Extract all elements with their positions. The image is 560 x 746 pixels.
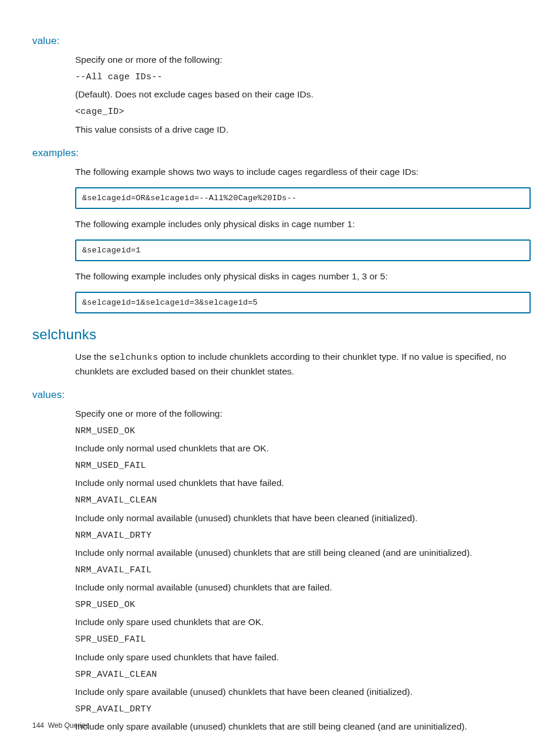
examples-content: The following example shows two ways to … (75, 165, 531, 313)
value-item-code: NRM_USED_FAIL (75, 459, 531, 472)
value-opt1-code: --All cage IDs-- (75, 70, 531, 84)
value-item-desc: Include only spare available (unused) ch… (75, 720, 531, 734)
value-item-desc: Include only normal available (unused) c… (75, 580, 531, 595)
selchunks-content: Use the selchunks option to include chun… (75, 350, 531, 379)
value-item-desc: Include only normal available (unused) c… (75, 546, 531, 560)
values-heading: values: (32, 389, 531, 401)
page-footer: 144 Web Queries (32, 721, 89, 730)
selchunks-para-pre: Use the (75, 352, 109, 362)
value-opt2-code: <cage_ID> (75, 105, 531, 119)
value-content: Specify one or more of the following: --… (75, 53, 531, 137)
value-item-desc: Include only spare used chunklets that h… (75, 650, 531, 664)
selchunks-para-code: selchunks (109, 353, 158, 363)
value-item-code: SPR_USED_FAIL (75, 633, 531, 646)
selchunks-heading: selchunks (32, 326, 531, 343)
ex2-text: The following example includes only phys… (75, 217, 531, 231)
value-opt1-desc: (Default). Does not exclude cages based … (75, 87, 531, 102)
value-item-desc: Include only normal available (unused) c… (75, 511, 531, 525)
ex1-code-box: &selcageid=OR&selcageid=--All%20Cage%20I… (75, 187, 531, 209)
value-item-desc: Include only spare available (unused) ch… (75, 685, 531, 699)
value-item-code: SPR_AVAIL_CLEAN (75, 668, 531, 681)
value-opt2-desc: This value consists of a drive cage ID. (75, 123, 531, 137)
value-item-code: NRM_AVAIL_FAIL (75, 563, 531, 577)
value-item-code: NRM_USED_OK (75, 424, 531, 438)
ex2-code-box: &selcageid=1 (75, 239, 531, 261)
ex3-code-box: &selcageid=1&selcageid=3&selcageid=5 (75, 292, 531, 313)
ex3-text: The following example includes only phys… (75, 269, 531, 283)
page-number: 144 (32, 721, 44, 730)
value-item-code: SPR_AVAIL_DRTY (75, 703, 531, 716)
examples-heading: examples: (32, 147, 531, 159)
value-item-code: NRM_AVAIL_CLEAN (75, 494, 531, 507)
values-content: Specify one or more of the following: NR… (75, 407, 531, 734)
value-item-code: NRM_AVAIL_DRTY (75, 529, 531, 542)
value-item-code: SPR_USED_OK (75, 598, 531, 612)
value-item-desc: Include only normal used chunklets that … (75, 441, 531, 455)
value-item-desc: Include only spare used chunklets that a… (75, 615, 531, 629)
selchunks-para: Use the selchunks option to include chun… (75, 350, 531, 379)
value-item-desc: Include only normal used chunklets that … (75, 476, 531, 490)
values-intro: Specify one or more of the following: (75, 407, 531, 421)
value-heading: value: (32, 35, 531, 47)
footer-title: Web Queries (48, 721, 89, 730)
values-list: NRM_USED_OKInclude only normal used chun… (75, 424, 531, 734)
value-intro: Specify one or more of the following: (75, 53, 531, 67)
ex1-text: The following example shows two ways to … (75, 165, 531, 179)
